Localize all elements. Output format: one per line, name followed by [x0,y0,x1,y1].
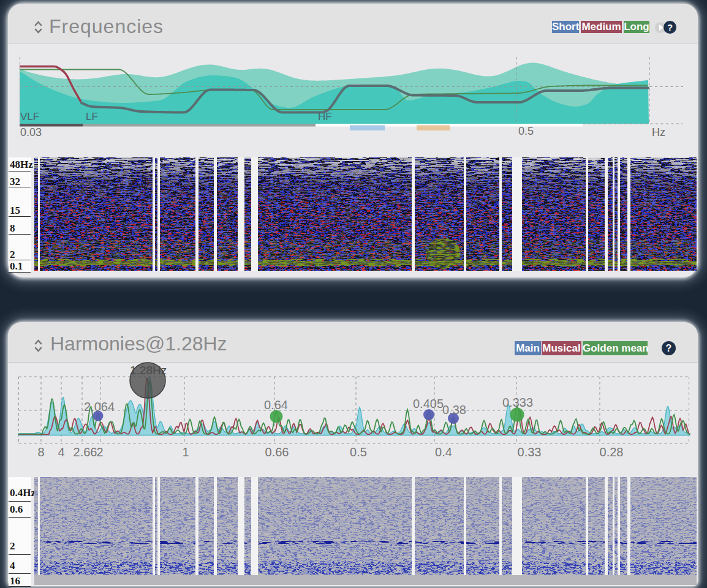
svg-text:0.66: 0.66 [265,445,289,459]
svg-text:2: 2 [96,445,103,459]
svg-text:0.28: 0.28 [600,445,624,459]
svg-text:0.33: 0.33 [518,445,542,459]
svg-text:1.28Hz: 1.28Hz [130,364,167,377]
svg-text:8: 8 [37,445,44,459]
svg-text:0.333: 0.333 [502,396,533,409]
svg-text:0.405: 0.405 [413,397,444,410]
svg-text:2.064: 2.064 [84,400,115,413]
svg-text:2.66: 2.66 [74,445,97,459]
svg-text:1: 1 [182,445,189,459]
svg-text:0.5: 0.5 [350,445,367,459]
svg-text:0.38: 0.38 [442,403,466,417]
svg-text:0.64: 0.64 [264,398,288,412]
svg-text:4: 4 [58,445,64,459]
svg-text:0.4: 0.4 [435,445,452,459]
